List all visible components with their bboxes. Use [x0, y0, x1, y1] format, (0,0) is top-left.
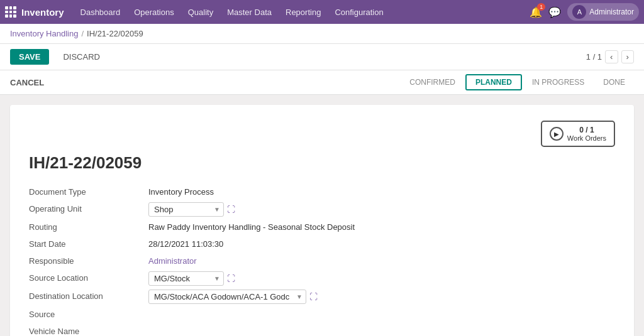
- routing-label: Routing: [29, 220, 142, 234]
- destination-location-label: Destination Location: [29, 290, 142, 304]
- operating-unit-external-link[interactable]: ⛶: [227, 205, 235, 214]
- source-location-label: Source Location: [29, 271, 142, 286]
- nav-items: Dashboard Operations Quality Master Data…: [74, 5, 530, 19]
- document-id: IH/21-22/02059: [29, 153, 615, 173]
- destination-location-field: MG/Stock/ACA Godown/ACA-1 Godc ▼ ⛶: [148, 290, 615, 304]
- main-content: ▶ 0 / 1 Work Orders IH/21-22/02059 Docum…: [0, 95, 644, 336]
- source-location-select[interactable]: MG/Stock: [148, 271, 224, 286]
- avatar: A: [572, 5, 586, 19]
- nav-reporting[interactable]: Reporting: [279, 5, 327, 19]
- admin-label: Administrator: [589, 8, 634, 16]
- step-inprogress[interactable]: IN PROGRESS: [523, 75, 593, 89]
- step-confirmed[interactable]: CONFIRMED: [401, 75, 464, 89]
- nav-dashboard[interactable]: Dashboard: [74, 5, 127, 19]
- routing-value: Raw Paddy Inventory Handling - Seasonal …: [148, 220, 615, 234]
- nav-masterdata[interactable]: Master Data: [221, 5, 278, 19]
- destination-location-select-wrapper: MG/Stock/ACA Godown/ACA-1 Godc ▼: [148, 290, 306, 304]
- step-done[interactable]: DONE: [594, 75, 634, 89]
- nav-quality[interactable]: Quality: [182, 5, 219, 19]
- source-value: [148, 308, 615, 321]
- pager-next[interactable]: ›: [621, 50, 634, 63]
- destination-location-external-link[interactable]: ⛶: [309, 292, 318, 301]
- step-planned[interactable]: PLANNED: [465, 74, 522, 90]
- app-name: Inventory: [21, 7, 64, 18]
- breadcrumb-current: IH/21-22/02059: [87, 29, 143, 38]
- vehicle-name-value[interactable]: [148, 325, 615, 336]
- notification-icon[interactable]: 🔔 1: [530, 6, 542, 18]
- vehicle-name-label: Vehicle Name: [29, 325, 142, 336]
- document-type-label: Document Type: [29, 185, 142, 198]
- grid-icon: [5, 6, 16, 18]
- pager: 1 / 1 ‹ ›: [586, 50, 634, 63]
- start-date-label: Start Date: [29, 237, 142, 251]
- status-steps: CONFIRMED PLANNED IN PROGRESS DONE: [401, 74, 634, 90]
- destination-location-select[interactable]: MG/Stock/ACA Godown/ACA-1 Godc: [148, 290, 306, 304]
- responsible-value[interactable]: Administrator: [148, 254, 615, 268]
- operating-unit-select-wrapper: Shop ▼: [148, 202, 224, 217]
- document-type-value: Inventory Process: [148, 185, 615, 198]
- status-bar: CANCEL CONFIRMED PLANNED IN PROGRESS DON…: [0, 70, 644, 95]
- cancel-button[interactable]: CANCEL: [10, 78, 44, 87]
- action-bar: SAVE DISCARD 1 / 1 ‹ ›: [0, 44, 644, 70]
- work-orders-button[interactable]: ▶ 0 / 1 Work Orders: [541, 121, 615, 147]
- operating-unit-field: Shop ▼ ⛶: [148, 202, 615, 217]
- document-card: ▶ 0 / 1 Work Orders IH/21-22/02059 Docum…: [10, 105, 634, 336]
- responsible-label: Responsible: [29, 254, 142, 268]
- save-button[interactable]: SAVE: [10, 49, 49, 65]
- source-location-external-link[interactable]: ⛶: [227, 274, 235, 283]
- notification-badge: 1: [537, 3, 545, 11]
- source-label: Source: [29, 308, 142, 321]
- nav-operations[interactable]: Operations: [128, 5, 180, 19]
- source-location-field: MG/Stock ▼ ⛶: [148, 271, 615, 286]
- breadcrumb-parent[interactable]: Inventory Handling: [10, 29, 78, 38]
- form-fields: Document Type Inventory Process Operatin…: [29, 185, 615, 336]
- operating-unit-label: Operating Unit: [29, 202, 142, 217]
- breadcrumb: Inventory Handling / IH/21-22/02059: [0, 24, 644, 44]
- breadcrumb-separator: /: [81, 29, 84, 38]
- discard-button[interactable]: DISCARD: [54, 49, 109, 65]
- work-orders-label: Work Orders: [567, 134, 606, 142]
- pager-count: 1 / 1: [586, 52, 602, 62]
- pager-prev[interactable]: ‹: [605, 50, 618, 63]
- nav-configuration[interactable]: Configuration: [328, 5, 389, 19]
- work-orders-count: 0 / 1: [567, 126, 606, 134]
- work-orders-icon: ▶: [550, 127, 564, 141]
- nav-right: 🔔 1 💬 A Administrator: [530, 3, 639, 21]
- operating-unit-select[interactable]: Shop: [148, 202, 224, 217]
- admin-menu[interactable]: A Administrator: [567, 3, 639, 21]
- chat-icon[interactable]: 💬: [548, 6, 561, 18]
- source-location-select-wrapper: MG/Stock ▼: [148, 271, 224, 286]
- start-date-value: 28/12/2021 11:03:30: [148, 237, 615, 251]
- app-logo-area[interactable]: Inventory: [5, 6, 64, 18]
- top-navigation: Inventory Dashboard Operations Quality M…: [0, 0, 644, 24]
